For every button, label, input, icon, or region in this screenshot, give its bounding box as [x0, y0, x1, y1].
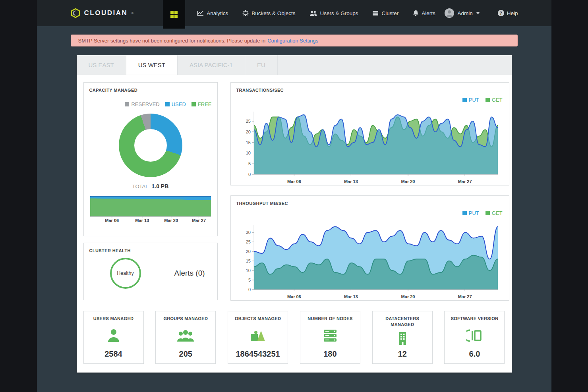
svg-text:15: 15: [246, 140, 250, 145]
svg-text:Mar 27: Mar 27: [192, 218, 206, 223]
app-root: CLOUDIAN ® Analytics: [37, 0, 551, 392]
nav-dashboard-tab[interactable]: [163, 0, 185, 29]
stat-groups-managed: GROUPS MANAGED 205: [155, 311, 216, 364]
grid-icon: [170, 10, 178, 18]
dashboard-card: US EAST US WEST ASIA PACIFIC-1 EU CAPACI…: [77, 55, 512, 373]
capacity-donut-chart: [119, 114, 182, 177]
stat-value: 2584: [104, 350, 122, 359]
svg-text:15: 15: [246, 259, 250, 263]
legend-label: GET: [492, 210, 503, 216]
transactions-legend: PUT GET: [462, 97, 503, 103]
legend-label: FREE: [198, 101, 212, 107]
nav-item-label: Analytics: [207, 10, 228, 16]
svg-text:10: 10: [246, 151, 250, 155]
throughput-panel: THROUGHPUT MB/SEC PUT GET 0510152025: [230, 195, 509, 301]
table-icon: [372, 10, 379, 16]
svg-text:Mar 13: Mar 13: [344, 179, 358, 184]
dashboard-content: CAPACITY MANAGED RESERVED USED: [77, 75, 512, 373]
bell-icon: [413, 10, 419, 16]
get-swatch: [485, 211, 490, 215]
get-swatch: [485, 98, 490, 102]
stats-row: USERS MANAGED 2584 GROUPS MANAGED: [83, 311, 505, 364]
svg-text:Mar 27: Mar 27: [458, 294, 472, 299]
reserved-swatch: [125, 102, 129, 106]
health-status-badge: Healthy: [110, 258, 141, 289]
stat-label: NUMBER OF NODES: [308, 316, 352, 322]
datacenter-icon: [397, 331, 408, 346]
svg-text:5: 5: [248, 161, 250, 166]
nav-item-cluster[interactable]: Cluster: [372, 10, 398, 16]
admin-menu[interactable]: Admin: [444, 8, 479, 18]
legend-label: RESERVED: [131, 101, 159, 107]
legend-get: GET: [485, 210, 503, 216]
legend-used: USED: [165, 101, 186, 107]
alerts-count-text: Alerts (0): [174, 269, 205, 278]
stat-users-managed: USERS MANAGED 2584: [83, 311, 144, 364]
stat-value: 6.0: [469, 350, 480, 359]
avatar-icon: [444, 8, 455, 18]
admin-label: Admin: [457, 10, 472, 16]
stat-software-version: SOFTWARE VERSION 6.0: [444, 311, 505, 364]
capacity-legend: RESERVED USED FREE: [89, 101, 212, 107]
legend-free: FREE: [191, 101, 212, 107]
legend-label: PUT: [469, 210, 479, 216]
throughput-chart: 051015202530Mar 06Mar 13Mar 20Mar 27: [236, 222, 503, 300]
svg-text:Mar 13: Mar 13: [135, 218, 149, 223]
svg-text:0: 0: [248, 287, 250, 292]
legend-get: GET: [485, 97, 503, 103]
top-nav-bar: CLOUDIAN ® Analytics: [37, 0, 551, 26]
nav-item-analytics[interactable]: Analytics: [197, 10, 228, 16]
svg-text:30: 30: [246, 230, 250, 235]
nav-item-label: Users & Groups: [320, 10, 358, 16]
help-menu[interactable]: ? Help: [498, 10, 518, 16]
stat-value: 1864543251: [236, 350, 280, 359]
cloudian-logo-icon: [70, 8, 81, 18]
svg-text:5: 5: [248, 278, 250, 282]
tab-us-west[interactable]: US WEST: [126, 55, 178, 75]
tab-eu[interactable]: EU: [245, 55, 278, 75]
capacity-trend-chart: Mar 06Mar 13Mar 20Mar 27: [89, 195, 212, 224]
smtp-warning-banner: SMTP Server settings have not been confi…: [71, 35, 518, 46]
tab-asia-pacific-1[interactable]: ASIA PACIFIC-1: [178, 55, 245, 75]
nav-item-label: Alerts: [422, 10, 435, 16]
region-tabs: US EAST US WEST ASIA PACIFIC-1 EU: [77, 55, 512, 75]
svg-text:20: 20: [246, 249, 250, 254]
stat-value: 205: [179, 350, 192, 359]
total-value: 1.0 PB: [152, 183, 169, 189]
throughput-legend: PUT GET: [462, 210, 503, 216]
brand-trademark: ®: [131, 12, 133, 15]
tab-us-east[interactable]: US EAST: [77, 55, 126, 75]
brand-text: CLOUDIAN: [84, 9, 128, 17]
nav-item-buckets-objects[interactable]: Buckets & Objects: [242, 10, 295, 16]
stat-label: SOFTWARE VERSION: [451, 316, 499, 322]
svg-text:20: 20: [246, 129, 250, 134]
cluster-health-panel: CLUSTER HEALTH Healthy Alerts (0): [83, 243, 218, 300]
question-icon: ?: [498, 10, 504, 16]
cloudian-logo[interactable]: CLOUDIAN ®: [70, 8, 134, 18]
stat-value: 12: [398, 350, 407, 359]
configuration-settings-link[interactable]: Configuration Settings: [267, 38, 318, 44]
stat-label: USERS MANAGED: [93, 316, 134, 322]
free-swatch: [191, 102, 196, 106]
stat-value: 180: [323, 350, 337, 359]
stat-objects-managed: OBJECTS MANAGED 1864543251: [228, 311, 288, 364]
nav-items: Analytics Buckets & Objects: [197, 10, 435, 16]
nodes-icon: [322, 328, 338, 343]
legend-label: PUT: [469, 97, 479, 103]
capacity-total: TOTAL 1.0 PB: [89, 183, 212, 189]
svg-text:Mar 20: Mar 20: [164, 218, 178, 223]
nav-item-alerts[interactable]: Alerts: [413, 10, 435, 16]
capacity-managed-panel: CAPACITY MANAGED RESERVED USED: [83, 82, 218, 236]
svg-text:25: 25: [246, 239, 250, 244]
stat-label: GROUPS MANAGED: [163, 316, 208, 322]
software-icon: [466, 328, 482, 343]
stat-number-of-nodes: NUMBER OF NODES 180: [300, 311, 360, 364]
throughput-title: THROUGHPUT MB/SEC: [236, 201, 503, 206]
put-swatch: [462, 211, 467, 215]
stat-label: DATACENTERS MANAGED: [377, 316, 428, 328]
stat-datacenters-managed: DATACENTERS MANAGED 12: [372, 311, 433, 364]
nav-item-users-groups[interactable]: Users & Groups: [309, 10, 358, 16]
svg-text:Mar 06: Mar 06: [287, 179, 301, 184]
stat-label: OBJECTS MANAGED: [235, 316, 281, 322]
svg-text:0: 0: [248, 172, 250, 177]
